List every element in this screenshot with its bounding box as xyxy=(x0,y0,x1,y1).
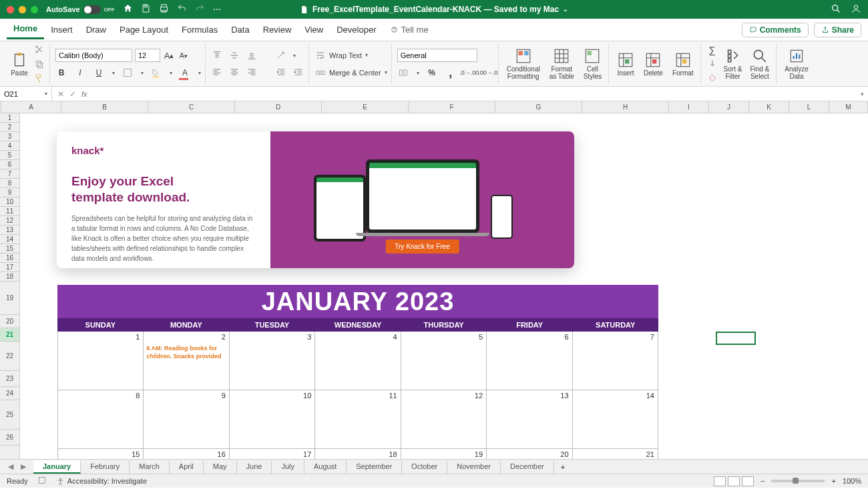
page-layout-view-icon[interactable] xyxy=(728,476,740,486)
tell-me[interactable]: Tell me xyxy=(383,22,435,37)
col-header-G[interactable]: G xyxy=(495,101,582,113)
col-header-A[interactable]: A xyxy=(1,101,61,113)
tab-draw[interactable]: Draw xyxy=(79,22,113,37)
sheet-prev-icon[interactable]: ◀ xyxy=(8,462,13,471)
insert-cells-button[interactable]: Insert xyxy=(614,50,637,78)
undo-icon[interactable] xyxy=(177,3,187,15)
currency-icon[interactable] xyxy=(397,67,409,79)
row-header-25[interactable]: 25 xyxy=(0,400,19,430)
row-header-15[interactable]: 15 xyxy=(0,244,19,254)
col-header-H[interactable]: H xyxy=(582,101,669,113)
sheet-tab-october[interactable]: October xyxy=(402,460,447,474)
row-header-14[interactable]: 14 xyxy=(0,235,19,244)
zoom-out-icon[interactable]: − xyxy=(761,477,765,485)
font-color-icon[interactable]: A xyxy=(179,67,191,79)
row-header-18[interactable]: 18 xyxy=(0,272,19,282)
cancel-formula-icon[interactable]: ✕ xyxy=(57,89,64,99)
underline-dropdown[interactable]: ▾ xyxy=(112,70,115,76)
col-header-B[interactable]: B xyxy=(61,101,148,113)
row-header-2[interactable]: 2 xyxy=(0,123,19,132)
tab-developer[interactable]: Developer xyxy=(330,22,383,37)
tab-page-layout[interactable]: Page Layout xyxy=(113,22,175,37)
cut-icon[interactable] xyxy=(33,43,45,55)
sheet-next-icon[interactable]: ▶ xyxy=(21,462,26,471)
tab-insert[interactable]: Insert xyxy=(44,22,79,37)
calendar-cell[interactable]: 26 AM: Reading books for children. Snack… xyxy=(144,332,229,390)
delete-cells-button[interactable]: Delete xyxy=(641,50,666,78)
conditional-formatting-button[interactable]: Conditional Formatting xyxy=(504,46,543,81)
col-header-M[interactable]: M xyxy=(829,101,868,113)
increase-font-icon[interactable]: A▴ xyxy=(163,49,175,61)
percent-icon[interactable]: % xyxy=(426,67,438,79)
col-header-F[interactable]: F xyxy=(409,101,495,113)
row-header-10[interactable]: 10 xyxy=(0,197,19,207)
sheet-tab-january[interactable]: January xyxy=(33,460,81,474)
expand-formula-icon[interactable]: ▾ xyxy=(857,91,868,97)
calendar-cell[interactable]: 14 xyxy=(573,390,658,449)
wrap-text-button[interactable]: Wrap Text▾ xyxy=(314,49,387,61)
zoom-in-icon[interactable]: + xyxy=(831,477,835,485)
bold-icon[interactable]: B xyxy=(55,67,67,79)
format-cells-button[interactable]: Format xyxy=(670,50,696,78)
sheet-tab-april[interactable]: April xyxy=(170,460,204,474)
increase-decimal-icon[interactable]: .0→.00 xyxy=(463,67,475,79)
calendar-cell[interactable]: 6 xyxy=(487,332,572,390)
maximize-window-icon[interactable] xyxy=(31,6,38,13)
align-bottom-icon[interactable] xyxy=(246,49,258,61)
calendar-cell[interactable]: 4 xyxy=(315,332,401,390)
calendar-cell[interactable]: 20 xyxy=(487,449,572,459)
name-box[interactable]: O21 ▾ xyxy=(0,87,52,101)
calendar-cell[interactable]: 11 xyxy=(315,390,401,449)
row-header-9[interactable]: 9 xyxy=(0,188,19,197)
italic-icon[interactable]: I xyxy=(74,67,86,79)
redo-icon[interactable] xyxy=(195,3,205,15)
sheet-tab-december[interactable]: December xyxy=(501,460,554,474)
calendar-cell[interactable]: 19 xyxy=(401,449,487,459)
try-knack-button[interactable]: Try Knack for Free xyxy=(385,239,459,254)
sort-filter-button[interactable]: Sort & Filter xyxy=(721,46,745,81)
merge-center-button[interactable]: Merge & Center▾ xyxy=(314,67,387,79)
calendar-cell[interactable]: 7 xyxy=(573,332,658,390)
row-header-11[interactable]: 11 xyxy=(0,207,19,216)
toggle-icon[interactable] xyxy=(83,5,101,14)
col-header-K[interactable]: K xyxy=(749,101,789,113)
row-header-21[interactable]: 21 xyxy=(0,328,19,342)
row-header-16[interactable]: 16 xyxy=(0,254,19,263)
enter-formula-icon[interactable]: ✓ xyxy=(69,89,76,99)
row-header-4[interactable]: 4 xyxy=(0,141,19,151)
normal-view-icon[interactable] xyxy=(714,476,726,486)
row-header-13[interactable]: 13 xyxy=(0,225,19,235)
sheet-canvas[interactable]: knack* Enjoy your Exceltemplate download… xyxy=(20,113,868,459)
calendar-cell[interactable]: 17 xyxy=(230,449,315,459)
document-title[interactable]: Free_ExcelTemplate_EventCalendar-KNACK —… xyxy=(300,5,568,14)
calendar-cell[interactable]: 5 xyxy=(401,332,487,390)
tab-formulas[interactable]: Formulas xyxy=(175,22,224,37)
calendar-cell[interactable]: 12 xyxy=(401,390,487,449)
account-icon[interactable] xyxy=(851,3,861,16)
row-header-6[interactable]: 6 xyxy=(0,160,19,169)
sheet-tab-july[interactable]: July xyxy=(272,460,304,474)
save-icon[interactable] xyxy=(141,3,151,15)
align-left-icon[interactable] xyxy=(211,66,223,78)
col-header-E[interactable]: E xyxy=(322,101,409,113)
row-header-20[interactable]: 20 xyxy=(0,315,19,328)
tab-review[interactable]: Review xyxy=(256,22,298,37)
format-painter-icon[interactable] xyxy=(33,73,45,85)
sheet-tab-september[interactable]: September xyxy=(347,460,402,474)
calendar-cell[interactable]: 1 xyxy=(57,332,144,390)
share-button[interactable]: Share xyxy=(814,23,861,37)
comments-button[interactable]: Comments xyxy=(742,23,809,37)
row-header-5[interactable]: 5 xyxy=(0,151,19,160)
paste-button[interactable]: Paste xyxy=(8,50,31,78)
minimize-window-icon[interactable] xyxy=(19,6,26,13)
col-header-J[interactable]: J xyxy=(709,101,749,113)
align-middle-icon[interactable] xyxy=(228,49,240,61)
macros-icon[interactable] xyxy=(37,476,47,486)
row-header-26[interactable]: 26 xyxy=(0,430,19,446)
fill-icon[interactable] xyxy=(706,58,718,70)
close-window-icon[interactable] xyxy=(7,6,14,13)
calendar-cell[interactable]: 15 xyxy=(57,449,144,459)
font-size-select[interactable] xyxy=(135,49,160,62)
row-header-22[interactable]: 22 xyxy=(0,342,19,371)
chevron-down-icon[interactable]: ⌄ xyxy=(563,6,568,13)
